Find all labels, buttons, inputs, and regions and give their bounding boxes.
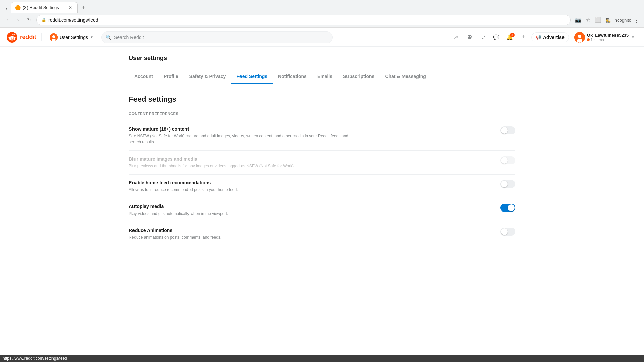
user-settings-dropdown[interactable]: User Settings ▼	[47, 32, 96, 43]
tab-close-button[interactable]: ✕	[67, 5, 73, 11]
advertise-label: Advertise	[543, 35, 565, 40]
back-button[interactable]: ‹	[3, 15, 12, 25]
tab-favicon: 🟠	[15, 5, 21, 10]
tab-safety[interactable]: Safety & Privacy	[184, 70, 231, 84]
reddit-logo-text: reddit	[20, 34, 36, 41]
new-tab-button[interactable]: +	[78, 3, 88, 13]
svg-point-7	[578, 35, 581, 38]
search-bar[interactable]: 🔍 Search Reddit	[101, 31, 333, 43]
shield-icon-button[interactable]: 🛡	[478, 32, 488, 43]
setting-info-blur-mature: Blur mature images and media Blur previe…	[129, 156, 357, 169]
lock-icon: 🔒	[41, 18, 46, 22]
avatar-icon	[50, 33, 58, 41]
svg-point-8	[577, 39, 582, 43]
incognito-icon: 🕵️	[603, 15, 613, 25]
browser-tab-active[interactable]: 🟠 (3) Reddit Settings ✕	[11, 2, 78, 13]
svg-point-5	[470, 36, 471, 37]
reddit-header: reddit User Settings ▼ 🔍 Search Reddit ↗	[0, 28, 644, 47]
setting-title-reduce-animations: Reduce Animations	[129, 228, 357, 233]
tab-emails[interactable]: Emails	[312, 70, 338, 84]
setting-item-autoplay-media: Autoplay media Play videos and gifs auto…	[129, 198, 515, 222]
search-icon: 🔍	[106, 35, 111, 40]
svg-point-4	[468, 36, 469, 37]
setting-title-autoplay-media: Autoplay media	[129, 204, 357, 209]
user-info: Ok_Lawfulness5235 1 karma	[587, 33, 629, 42]
tab-scroll-left[interactable]: ‹	[3, 5, 10, 13]
user-menu-chevron: ▼	[631, 35, 635, 39]
setting-desc-reduce-animations: Reduce animations on posts, comments, an…	[129, 234, 357, 240]
chat-icon-button[interactable]: 💬	[491, 32, 502, 43]
sidebar-icon[interactable]: ⬜	[593, 15, 603, 25]
user-settings-chevron: ▼	[90, 35, 93, 39]
tab-notifications[interactable]: Notifications	[273, 70, 312, 84]
user-avatar-icon	[574, 32, 585, 43]
svg-point-3	[52, 39, 56, 41]
setting-title-blur-mature: Blur mature images and media	[129, 156, 357, 162]
notification-badge: 3	[510, 33, 515, 37]
setting-title-home-feed-recs: Enable home feed recommendations	[129, 180, 357, 185]
setting-info-autoplay-media: Autoplay media Play videos and gifs auto…	[129, 204, 357, 217]
tab-chat-messaging[interactable]: Chat & Messaging	[380, 70, 431, 84]
header-user-avatar-small	[50, 33, 58, 41]
content-preferences-label: CONTENT PREFERENCES	[129, 112, 515, 116]
setting-info-reduce-animations: Reduce Animations Reduce animations on p…	[129, 228, 357, 240]
add-icon-button[interactable]: +	[518, 32, 529, 43]
camera-blocked-icon[interactable]: 📷	[573, 15, 583, 25]
notification-icon-button[interactable]: 🔔 3	[504, 32, 515, 43]
tab-title: (3) Reddit Settings	[23, 5, 59, 10]
user-settings-label: User Settings	[60, 35, 88, 40]
reddit-logo[interactable]: reddit	[7, 32, 36, 43]
setting-item-mature-content: Show mature (18+) content See NSFW (Not …	[129, 121, 515, 151]
karma-dot-icon	[587, 38, 590, 41]
toggle-home-feed-recs[interactable]	[500, 180, 515, 188]
share-icon-button[interactable]: ↗	[451, 32, 462, 43]
settings-tabs: Account Profile Safety & Privacy Feed Se…	[129, 70, 515, 84]
setting-info-home-feed-recs: Enable home feed recommendations Allow u…	[129, 180, 357, 193]
tab-subscriptions[interactable]: Subscriptions	[338, 70, 380, 84]
setting-desc-home-feed-recs: Allow us to introduce recommended posts …	[129, 187, 357, 193]
megaphone-icon: 📢	[536, 35, 541, 40]
bookmark-icon[interactable]: ☆	[583, 15, 593, 25]
svg-point-2	[52, 35, 55, 38]
username: Ok_Lawfulness5235	[587, 33, 629, 38]
setting-item-home-feed-recs: Enable home feed recommendations Allow u…	[129, 175, 515, 198]
incognito-label: Incognito	[613, 18, 631, 23]
toggle-mature-content[interactable]	[500, 126, 515, 134]
nav-bar: ‹ › ↻ 🔒 reddit.com/settings/feed 📷 ☆ ⬜ 🕵…	[0, 13, 644, 27]
setting-item-blur-mature: Blur mature images and media Blur previe…	[129, 151, 515, 175]
tab-account[interactable]: Account	[129, 70, 158, 84]
setting-desc-mature-content: See NSFW (Not Safe for Work) mature and …	[129, 133, 357, 145]
page-content: User settings Account Profile Safety & P…	[121, 47, 523, 264]
header-divider	[41, 33, 42, 41]
tab-feed-settings[interactable]: Feed Settings	[231, 70, 273, 84]
feed-settings-content: Feed settings CONTENT PREFERENCES Show m…	[129, 84, 515, 256]
setting-item-reduce-animations: Reduce Animations Reduce animations on p…	[129, 222, 515, 246]
page-title: User settings	[129, 55, 515, 62]
setting-title-mature-content: Show mature (18+) content	[129, 126, 357, 132]
browser-chrome: ‹ 🟠 (3) Reddit Settings ✕ + ‹ › ↻ 🔒 redd…	[0, 0, 644, 28]
reload-button[interactable]: ↻	[24, 15, 34, 25]
setting-desc-autoplay-media: Play videos and gifs automatically when …	[129, 210, 357, 217]
tab-bar: ‹ 🟠 (3) Reddit Settings ✕ +	[0, 0, 644, 13]
toggle-autoplay-media[interactable]	[500, 204, 515, 212]
advertise-button[interactable]: 📢 Advertise	[531, 32, 569, 42]
address-bar[interactable]: 🔒 reddit.com/settings/feed	[36, 15, 571, 25]
tab-profile[interactable]: Profile	[158, 70, 184, 84]
alien-icon	[466, 34, 473, 41]
search-placeholder: Search Reddit	[114, 35, 144, 40]
karma: 1 karma	[587, 38, 629, 42]
alien-icon-button[interactable]	[464, 32, 475, 43]
browser-menu-button[interactable]: ⋮	[632, 15, 641, 25]
forward-button[interactable]: ›	[13, 15, 23, 25]
user-avatar	[574, 32, 585, 43]
reddit-snoo-icon	[7, 32, 17, 43]
browser-nav-icons: 📷 ☆ ⬜ 🕵️ Incognito ⋮	[573, 15, 641, 25]
toggle-blur-mature	[500, 156, 515, 164]
setting-info-mature-content: Show mature (18+) content See NSFW (Not …	[129, 126, 357, 145]
header-actions: ↗ 🛡 💬 🔔 3 + 📢 Advertise	[451, 31, 637, 44]
user-menu[interactable]: Ok_Lawfulness5235 1 karma ▼	[572, 31, 637, 44]
feed-settings-title: Feed settings	[129, 95, 515, 104]
toggle-reduce-animations[interactable]	[500, 228, 515, 236]
address-text: reddit.com/settings/feed	[48, 17, 98, 23]
setting-desc-blur-mature: Blur previews and thumbnails for any ima…	[129, 163, 357, 169]
